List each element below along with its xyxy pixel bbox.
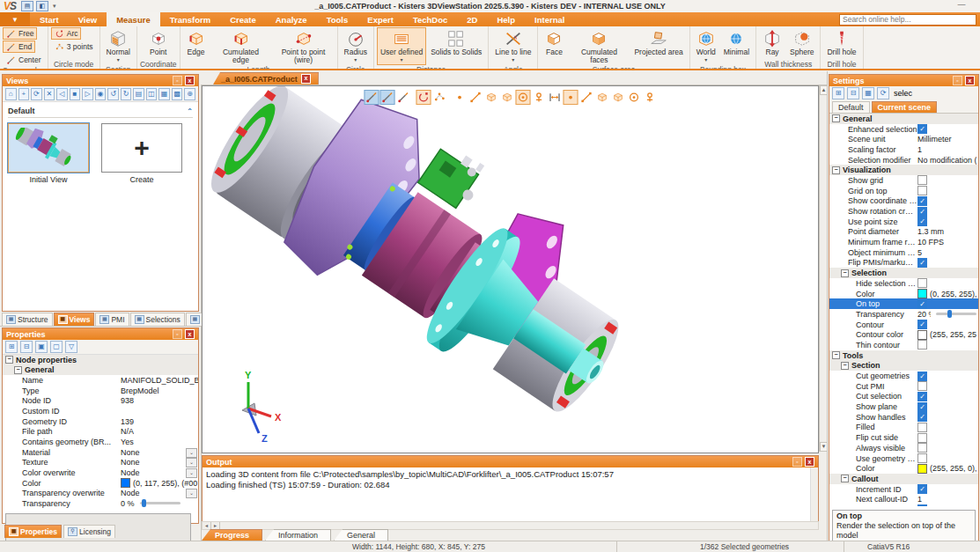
checkbox[interactable] <box>917 423 927 432</box>
settings-row-use-geometry-color[interactable]: Use geometry color <box>829 453 978 464</box>
reset-settings-icon[interactable]: ⟳ <box>877 87 889 99</box>
settings-group-tools[interactable]: −Tools <box>829 350 978 361</box>
three-points-icon[interactable] <box>431 90 446 105</box>
settings-row-enhanced-selection[interactable]: Enhanced selection ✓ <box>829 124 978 135</box>
pin-icon[interactable]: ▫ <box>792 457 802 467</box>
free-button[interactable]: Free <box>3 27 37 40</box>
ribbon-tab-2d[interactable]: 2D <box>457 12 487 26</box>
cumulated-edge-button[interactable]: Cumulated edge <box>210 27 272 65</box>
close-icon[interactable]: x <box>965 76 975 85</box>
collapse-chevron-icon[interactable]: ⌃ <box>187 107 193 115</box>
property-row-transparency-overwrite[interactable]: Transparency overwrite Node ⌄ <box>3 488 198 498</box>
pin-icon[interactable]: ▫ <box>953 76 962 85</box>
settings-group-general[interactable]: −General <box>829 114 978 124</box>
property-group-general[interactable]: −General <box>3 365 198 376</box>
save-icon[interactable]: ▤ <box>21 1 33 11</box>
output-scrollbar[interactable] <box>810 467 818 521</box>
arc-icon[interactable] <box>416 90 431 105</box>
expand-all-icon[interactable]: ⊞ <box>5 341 18 353</box>
settings-row-contour-color[interactable]: Contour color (255, 255, 255), (#... <box>829 329 978 340</box>
tab-pmi[interactable]: ▦PMI <box>95 313 129 326</box>
checkbox[interactable]: ✓ <box>917 392 927 401</box>
collapse-icon[interactable]: − <box>841 475 849 482</box>
checkbox[interactable]: ✓ <box>917 196 927 206</box>
delete-view-icon[interactable]: ✕ <box>44 88 55 100</box>
color-swatch[interactable] <box>917 464 927 474</box>
checkbox[interactable]: ✓ <box>917 372 927 381</box>
expand-all-icon[interactable]: ⊞ <box>832 87 844 99</box>
checkbox[interactable]: ✓ <box>917 207 927 217</box>
property-row-geometry-id[interactable]: Geometry ID 139 <box>3 416 198 427</box>
show-values-icon[interactable]: ▢ <box>50 341 63 353</box>
settings-group-selection[interactable]: −Selection <box>829 268 978 278</box>
collapse-icon[interactable]: − <box>14 366 22 374</box>
property-row-material[interactable]: Material None ⌄ <box>3 447 198 458</box>
refresh-views-icon[interactable]: ⟳ <box>31 88 42 100</box>
file-menu-dropdown[interactable]: ▼ <box>0 12 30 26</box>
measure-cube3-icon[interactable] <box>594 90 609 105</box>
settings-row-increment-id[interactable]: Increment ID ✓ <box>829 484 978 495</box>
measure-cube4-icon[interactable] <box>610 90 625 105</box>
play-animation-icon[interactable]: ▷ <box>82 88 93 100</box>
checkbox[interactable]: ✓ <box>917 217 927 226</box>
user-defined-button[interactable]: User defined▾ <box>377 27 426 65</box>
property-group-node-properties[interactable]: −Node properties <box>3 355 198 365</box>
views-section-header[interactable]: Default ⌃ <box>8 105 193 118</box>
filter-icon[interactable]: ▽ <box>65 341 77 353</box>
settings-row-on-top[interactable]: On top ✓ <box>829 298 978 309</box>
checkbox[interactable] <box>917 340 927 350</box>
measure-circle2-icon[interactable] <box>626 90 641 105</box>
settings-row-show-rotation-cross[interactable]: Show rotation cross ✓ <box>829 206 978 217</box>
checkbox[interactable]: ✓ <box>917 402 927 412</box>
settings-row-show-handles[interactable]: Show handles ✓ <box>829 412 978 423</box>
measure-cube-icon[interactable] <box>483 90 498 105</box>
settings-row-contour[interactable]: Contour ✓ <box>829 320 978 330</box>
document-tab[interactable]: _a_I005.CATProduct x <box>213 72 319 85</box>
ribbon-tab-start[interactable]: Start <box>30 12 69 26</box>
ribbon-tab-view[interactable]: View <box>69 12 107 26</box>
checkbox[interactable]: ✓ <box>917 320 927 329</box>
settings-filter-input[interactable] <box>892 88 948 99</box>
ribbon-tab-internal[interactable]: Internal <box>525 12 574 26</box>
measure-cube2-icon[interactable] <box>499 90 514 105</box>
duplicate-view-icon[interactable]: ◫ <box>146 88 158 100</box>
ribbon-tab-analyze[interactable]: Analyze <box>266 12 317 26</box>
close-icon[interactable]: x <box>185 76 195 85</box>
solids-to-solids-button[interactable]: Solids to Solids <box>427 27 485 57</box>
ribbon-tab-techdoc[interactable]: TechDoc <box>403 12 457 26</box>
3d-model[interactable]: Y X Z <box>203 86 819 451</box>
checkbox[interactable]: ✓ <box>917 412 927 422</box>
ribbon-tab-measure[interactable]: Measure <box>107 12 160 26</box>
settings-tab-current-scene[interactable]: Current scene <box>872 101 938 113</box>
previous-view-icon[interactable]: ◁ <box>56 88 68 100</box>
rotate-right-icon[interactable]: ↻ <box>121 88 132 100</box>
settings-row-cut-selection[interactable]: Cut selection ✓ <box>829 392 978 402</box>
property-row-type[interactable]: Type BrepModel <box>3 386 198 396</box>
checkbox[interactable] <box>917 381 927 391</box>
settings-row-object-minimum-pixel-size[interactable]: Object minimum pixel size 5 <box>829 247 978 258</box>
property-row-file-path[interactable]: File path N/A <box>3 426 198 437</box>
pin-icon[interactable]: ▫ <box>173 329 182 339</box>
expand-views-icon[interactable]: ⊕ <box>184 88 195 100</box>
collapse-icon[interactable]: − <box>5 356 13 364</box>
search-input[interactable] <box>839 14 976 26</box>
settings-panel-header[interactable]: Settings ▫x <box>829 75 978 86</box>
bottom-tab-general[interactable]: General <box>334 529 388 541</box>
settings-row-scaling-factor[interactable]: Scaling factor 1 <box>829 144 978 155</box>
measure-point2-icon[interactable] <box>563 90 578 105</box>
collapse-icon[interactable]: − <box>832 166 840 174</box>
stop-animation-icon[interactable]: ■ <box>70 88 81 100</box>
settings-row-color[interactable]: Color (255, 255, 0), (#... <box>829 463 978 474</box>
measure-line2-icon[interactable] <box>578 90 593 105</box>
tab-properties[interactable]: ▦Properties <box>4 525 62 538</box>
edge-button[interactable]: Edge <box>183 27 210 57</box>
window-switch-icon[interactable]: ◧ <box>36 1 48 11</box>
close-icon[interactable]: x <box>805 457 814 467</box>
rotate-left-icon[interactable]: ↺ <box>107 88 119 100</box>
radius-button[interactable]: Radius▾ <box>341 27 371 65</box>
measure-anchor-icon[interactable] <box>531 90 546 105</box>
measure-point-icon[interactable] <box>452 90 467 105</box>
quick-access-dropdown-icon[interactable]: ▾ <box>53 3 56 10</box>
add-view-icon[interactable]: + <box>18 88 30 100</box>
settings-row-show-coordinate-system[interactable]: Show coordinate system ✓ <box>829 196 978 207</box>
